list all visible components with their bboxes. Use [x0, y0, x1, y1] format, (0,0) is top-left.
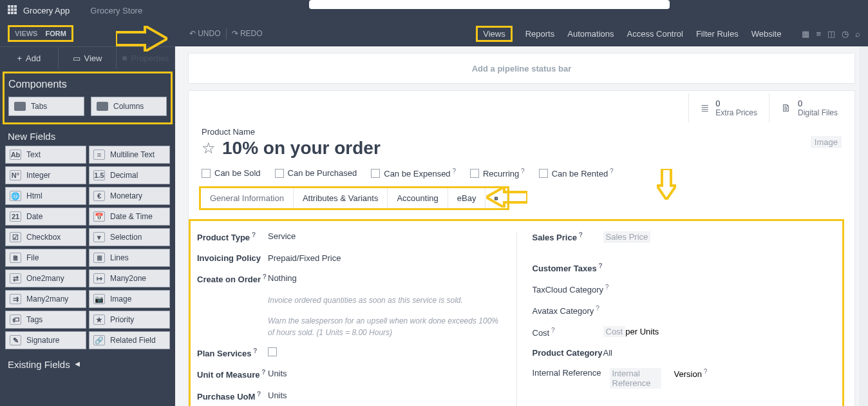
help-text-1: Invoice ordered quantities as soon as th…	[268, 295, 501, 306]
svg-marker-0	[116, 26, 167, 52]
tab-attributes-variants[interactable]: Attributes & Variants	[294, 188, 388, 208]
field-image[interactable]: 📷Image	[89, 290, 170, 308]
form-sheet: ≣ 0Extra Prices 🗎 0Digital Files Image P…	[188, 90, 855, 406]
divider	[226, 28, 227, 39]
nav-reports[interactable]: Reports	[525, 29, 555, 39]
component-tabs[interactable]: Tabs	[8, 97, 84, 116]
svg-marker-1	[486, 187, 527, 208]
field-date[interactable]: 21Date	[5, 208, 86, 226]
check-can-be-expensed[interactable]: Can be Expensed ?	[371, 168, 456, 179]
field-tags[interactable]: 🏷Tags	[5, 311, 86, 329]
nav-automations[interactable]: Automations	[567, 29, 614, 39]
components-title: Components	[8, 79, 167, 90]
nav-filter[interactable]: Filter Rules	[696, 29, 739, 39]
image-placeholder[interactable]: Image	[811, 136, 842, 148]
search-icon[interactable]: ⌕	[855, 29, 860, 39]
field-priority[interactable]: ★Priority	[89, 311, 170, 329]
sidebar-tab-add[interactable]: + Add	[0, 47, 59, 69]
check-can-be-sold[interactable]: Can be Sold	[202, 168, 261, 179]
field-html[interactable]: 🌐Html	[5, 187, 86, 205]
nav-access[interactable]: Access Control	[627, 29, 683, 39]
existing-fields[interactable]: Existing Fields▴	[0, 349, 175, 379]
product-category-value[interactable]: All	[603, 348, 612, 358]
product-type-value[interactable]: Service	[268, 231, 296, 242]
graph-icon[interactable]: ◫	[827, 29, 835, 39]
field-selection[interactable]: ▾Selection	[89, 228, 170, 246]
tab-general-information[interactable]: General Information	[201, 188, 294, 208]
uom-label: Unit of Measure ?	[197, 369, 268, 380]
check-can-be-rented[interactable]: Can be Rented ?	[539, 168, 614, 179]
create-order-value[interactable]: Nothing	[268, 273, 297, 284]
undo-button[interactable]: ↶ UNDO	[189, 29, 221, 38]
field-multiline-text[interactable]: ≡Multiline Text	[89, 146, 170, 164]
list-icon[interactable]: ≡	[816, 29, 821, 39]
annotation-arrow-down	[657, 169, 676, 202]
invoicing-value[interactable]: Prepaid/Fixed Price	[268, 253, 341, 263]
cost-input[interactable]: Cost	[603, 326, 626, 337]
plan-services-label: Plan Services ?	[197, 347, 268, 358]
stat-extra-prices[interactable]: ≣ 0Extra Prices	[688, 93, 769, 122]
purchase-uom-label: Purchase UoM ?	[197, 391, 268, 401]
scrollbar[interactable]	[859, 46, 868, 406]
check-can-be-purchased[interactable]: Can be Purchased	[275, 168, 357, 179]
tab-ebay[interactable]: eBay	[448, 188, 486, 208]
plan-services-checkbox[interactable]	[268, 347, 277, 356]
field-one2many[interactable]: ⇄One2many	[5, 269, 86, 287]
field-lines[interactable]: ≣Lines	[89, 249, 170, 267]
favorite-star-icon[interactable]: ☆	[202, 139, 216, 157]
views-label[interactable]: VIEWS	[15, 30, 37, 37]
field-decimal[interactable]: 1.5Decimal	[89, 166, 170, 184]
kanban-icon[interactable]: ▦	[802, 29, 809, 39]
annotation-arrow-right	[116, 26, 167, 52]
purchase-uom-value[interactable]: Units	[268, 391, 287, 401]
pipeline-bar[interactable]: Add a pipeline status bar	[188, 53, 855, 84]
file-icon: 🗎	[781, 102, 791, 114]
field-integer[interactable]: N°Integer	[5, 166, 86, 184]
svg-marker-2	[657, 169, 676, 200]
field-monetary[interactable]: €Monetary	[89, 187, 170, 205]
tab-accounting[interactable]: Accounting	[388, 188, 448, 208]
product-category-label: Product Category	[533, 348, 603, 358]
breadcrumb[interactable]: Grocery Store	[90, 6, 142, 15]
nav-website[interactable]: Website	[751, 29, 782, 39]
uom-value[interactable]: Units	[268, 369, 287, 380]
clock-icon[interactable]: ◷	[842, 29, 849, 39]
field-text[interactable]: AbText	[5, 146, 86, 164]
main: Add a pipeline status bar ≣ 0Extra Price…	[175, 46, 868, 406]
customer-taxes-label: Customer Taxes ?	[533, 262, 603, 273]
nav-views[interactable]: Views	[476, 26, 512, 42]
help-text-2: Warn the salesperson for an upsell when …	[268, 315, 501, 338]
white-notch	[309, 0, 670, 9]
sales-price-input[interactable]: Sales Price	[603, 231, 651, 242]
field-related-field[interactable]: 🔗Related Field	[89, 331, 170, 349]
annotation-arrow-left	[486, 187, 527, 210]
check-recurring[interactable]: Recurring ?	[470, 168, 525, 179]
field-signature[interactable]: ✎Signature	[5, 331, 86, 349]
sidebar-tab-view[interactable]: ▭ View	[59, 47, 117, 69]
field-date-time[interactable]: 📅Date & Time	[89, 208, 170, 226]
list-icon: ≣	[701, 102, 709, 114]
component-columns[interactable]: Columns	[91, 97, 167, 116]
product-name-label: Product Name	[202, 127, 842, 137]
views-form-box: VIEWS FORM	[8, 25, 73, 42]
app-title[interactable]: Grocery App	[23, 6, 70, 15]
field-many2many[interactable]: ⇉Many2many	[5, 290, 86, 308]
create-order-label: Create on Order ?	[197, 273, 268, 284]
field-file[interactable]: 🗎File	[5, 249, 86, 267]
sidebar: + Add ▭ View ≡ Properties Components Tab…	[0, 46, 175, 406]
redo-button[interactable]: ↷ REDO	[232, 29, 263, 38]
topbar: Grocery App Grocery Store	[0, 0, 868, 21]
product-type-label: Product Type ?	[197, 231, 268, 242]
internal-ref-input[interactable]: Internal Reference	[610, 368, 661, 389]
field-checkbox[interactable]: ☑Checkbox	[5, 228, 86, 246]
newfields-title: New Fields	[0, 127, 175, 146]
taxcloud-label: TaxCloud Category ?	[533, 284, 609, 295]
cost-label: Cost ?	[533, 327, 603, 338]
product-title[interactable]: 10% on your order	[222, 138, 381, 159]
internal-ref-label: Internal Reference	[533, 368, 610, 389]
apps-icon[interactable]	[8, 5, 18, 15]
avatax-label: Avatax Category ?	[533, 305, 603, 316]
form-label[interactable]: FORM	[45, 30, 66, 37]
field-many2one[interactable]: ↦Many2one	[89, 269, 170, 287]
stat-digital-files[interactable]: 🗎 0Digital Files	[769, 93, 849, 122]
